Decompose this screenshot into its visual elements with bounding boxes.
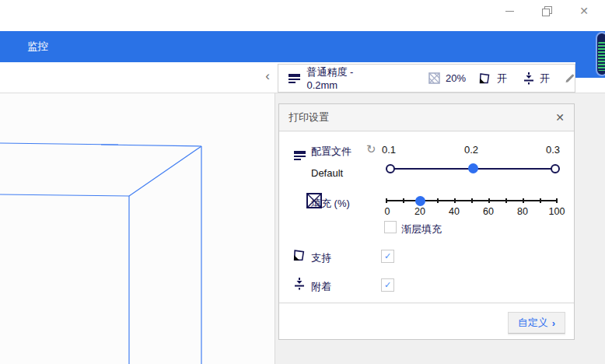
adhesion-summary[interactable]: 开 bbox=[523, 72, 550, 86]
gradual-infill-checkbox[interactable] bbox=[384, 221, 397, 233]
infill-tick-60: 60 bbox=[473, 206, 504, 217]
panel-title: 打印设置 bbox=[289, 110, 329, 124]
infill-tick-40: 40 bbox=[439, 206, 470, 217]
support-state-label: 开 bbox=[497, 72, 507, 86]
close-button[interactable]: ✕ bbox=[575, 2, 593, 19]
support-checkmark: ✓ bbox=[384, 252, 391, 261]
support-row-label: 支持 bbox=[311, 251, 331, 265]
infill-tick-100: 100 bbox=[541, 206, 572, 217]
custom-settings-button[interactable]: 自定义 › bbox=[508, 312, 565, 334]
collapse-panel-button[interactable]: ‹ bbox=[261, 70, 274, 84]
infill-slider-track[interactable] bbox=[386, 200, 557, 201]
gradual-infill-label: 渐层填充 bbox=[401, 222, 442, 236]
infill-summary[interactable]: 20% bbox=[428, 72, 466, 84]
viewport-3d[interactable] bbox=[0, 93, 275, 364]
adhesion-icon bbox=[294, 278, 305, 290]
layers-icon bbox=[289, 73, 299, 83]
support-icon bbox=[292, 249, 306, 262]
edit-settings-button[interactable] bbox=[565, 73, 575, 83]
filament-spool-indicator[interactable] bbox=[596, 32, 605, 76]
infill-percent-label: 20% bbox=[446, 72, 466, 84]
profile-slider-handle[interactable] bbox=[468, 163, 478, 173]
adhesion-row-label: 附着 bbox=[311, 280, 331, 294]
model-wireframe bbox=[0, 93, 275, 364]
layers-icon bbox=[294, 150, 306, 160]
profile-summary[interactable]: 普通精度 - 0.2mm bbox=[289, 65, 384, 91]
restore-button[interactable] bbox=[538, 2, 555, 19]
panel-header: 打印设置 ✕ bbox=[279, 104, 574, 131]
infill-tick-0: 0 bbox=[372, 206, 403, 217]
infill-tick-20: 20 bbox=[404, 206, 435, 217]
pencil-icon bbox=[565, 73, 575, 83]
profile-summary-label: 普通精度 - 0.2mm bbox=[306, 65, 384, 91]
print-settings-panel: 打印设置 ✕ 配置文件 ↺ Default 0.1 0.2 0.3 填充 (%)… bbox=[278, 103, 575, 340]
profile-option-02: 0.2 bbox=[464, 144, 478, 156]
adhesion-checkmark: ✓ bbox=[384, 281, 391, 289]
adhesion-state-label: 开 bbox=[540, 72, 550, 86]
support-icon bbox=[478, 72, 491, 85]
stage-bar: 监控 bbox=[0, 31, 605, 62]
infill-row-label: 填充 (%) bbox=[311, 197, 350, 211]
profile-slider-track[interactable] bbox=[389, 168, 557, 170]
window-controls: ✕ bbox=[501, 0, 599, 22]
infill-tick-80: 80 bbox=[507, 206, 538, 217]
infill-icon bbox=[428, 72, 440, 84]
adhesion-checkbox[interactable]: ✓ bbox=[381, 278, 394, 292]
infill-slider-handle[interactable] bbox=[415, 196, 425, 206]
profile-option-03: 0.3 bbox=[546, 144, 560, 156]
adhesion-icon bbox=[523, 72, 534, 85]
profile-slider-stop-03[interactable] bbox=[551, 164, 560, 173]
profile-row-label: 配置文件 bbox=[311, 145, 351, 159]
window-titlebar: ✕ bbox=[0, 0, 605, 31]
profile-option-01: 0.1 bbox=[382, 144, 396, 156]
chevron-right-icon: › bbox=[552, 317, 555, 329]
minimize-button[interactable] bbox=[501, 2, 518, 19]
profile-slider-stop-01[interactable] bbox=[386, 164, 395, 173]
support-checkbox[interactable]: ✓ bbox=[381, 250, 394, 263]
restore-icon bbox=[542, 6, 551, 16]
filament-level bbox=[598, 42, 605, 71]
profile-current-value: Default bbox=[311, 167, 343, 179]
panel-close-button[interactable]: ✕ bbox=[555, 112, 565, 123]
panel-footer-divider bbox=[279, 303, 574, 303]
close-icon: ✕ bbox=[579, 5, 589, 16]
custom-button-label: 自定义 bbox=[518, 316, 548, 330]
tab-monitor[interactable]: 监控 bbox=[27, 31, 48, 62]
print-settings-summary-bar[interactable]: 普通精度 - 0.2mm 20% 开 开 bbox=[278, 64, 575, 93]
minimize-icon bbox=[505, 11, 514, 12]
reset-profile-icon[interactable]: ↺ bbox=[366, 142, 376, 156]
support-summary[interactable]: 开 bbox=[478, 72, 507, 86]
